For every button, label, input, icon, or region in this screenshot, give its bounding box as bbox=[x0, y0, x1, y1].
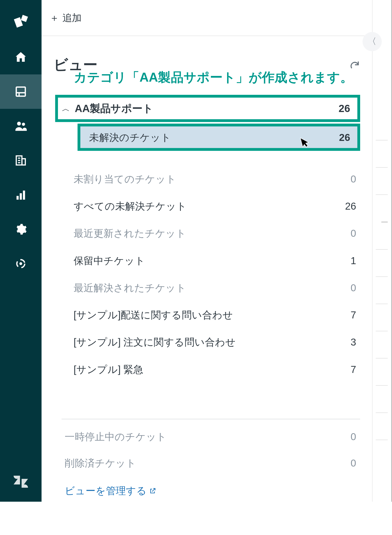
svg-rect-8 bbox=[22, 159, 25, 165]
svg-rect-14 bbox=[23, 190, 25, 199]
view-item[interactable]: [サンプル] 注文に関する問い合わせ3 bbox=[74, 328, 356, 356]
view-item-count: 26 bbox=[345, 200, 356, 212]
category-child-row[interactable]: 未解決のチケット 26 bbox=[78, 124, 360, 151]
nav-rail bbox=[0, 0, 42, 502]
home-icon bbox=[14, 50, 28, 64]
svg-rect-2 bbox=[16, 87, 25, 96]
category-child-label: 未解決のチケット bbox=[89, 131, 339, 144]
footer-view-count: 0 bbox=[350, 431, 356, 442]
product-logo-icon bbox=[13, 14, 29, 30]
view-item[interactable]: [サンプル]配送に関する問い合わせ7 bbox=[74, 301, 356, 328]
view-item[interactable]: 最近更新されたチケット0 bbox=[74, 220, 356, 247]
view-item[interactable]: [サンプル] 緊急7 bbox=[74, 356, 356, 383]
svg-rect-1 bbox=[21, 15, 28, 22]
footer-view-count: 0 bbox=[350, 457, 356, 469]
building-icon bbox=[14, 154, 28, 167]
bar-chart-icon bbox=[14, 188, 27, 201]
view-list: 未割り当てのチケット0すべての未解決チケット26最近更新されたチケット0保留中チ… bbox=[42, 165, 372, 383]
refresh-button[interactable] bbox=[349, 59, 360, 71]
view-item-count: 0 bbox=[350, 173, 356, 185]
nav-search[interactable] bbox=[0, 246, 42, 281]
chevron-left-icon: 〈 bbox=[368, 36, 376, 48]
svg-point-5 bbox=[17, 122, 21, 125]
view-item[interactable]: 最近解決されたチケット0 bbox=[74, 274, 356, 301]
gear-icon bbox=[14, 223, 27, 236]
footer-view-list: 一時停止中のチケット0削除済チケット0 bbox=[42, 423, 372, 476]
svg-point-6 bbox=[22, 123, 25, 126]
views-icon bbox=[14, 85, 28, 99]
category-count: 26 bbox=[339, 102, 350, 115]
view-item-label: 最近更新されたチケット bbox=[74, 227, 186, 240]
nav-reporting[interactable] bbox=[0, 178, 42, 212]
manage-views-label: ビューを管理する bbox=[65, 484, 147, 497]
svg-point-16 bbox=[19, 262, 22, 265]
view-item-count: 7 bbox=[350, 309, 356, 321]
view-item-count: 7 bbox=[350, 363, 356, 375]
add-label: 追加 bbox=[62, 11, 82, 24]
panel-header: ビュー bbox=[42, 55, 372, 75]
right-gutter bbox=[373, 0, 392, 502]
nav-customers[interactable] bbox=[0, 109, 42, 143]
view-item-count: 1 bbox=[350, 255, 356, 266]
view-item[interactable]: 保留中チケット1 bbox=[74, 247, 356, 274]
view-item[interactable]: すべての未解決チケット26 bbox=[74, 192, 356, 220]
view-item-label: [サンプル] 緊急 bbox=[74, 363, 144, 376]
refresh-icon bbox=[349, 59, 360, 71]
panel-title: ビュー bbox=[53, 55, 98, 75]
product-logo[interactable] bbox=[0, 8, 42, 36]
view-item-label: [サンプル] 注文に関する問い合わせ bbox=[74, 335, 236, 349]
footer-view-label: 一時停止中のチケット bbox=[65, 430, 167, 443]
footer-view-item[interactable]: 削除済チケット0 bbox=[65, 450, 356, 476]
view-item-label: [サンプル]配送に関する問い合わせ bbox=[74, 308, 233, 321]
view-item-label: すべての未解決チケット bbox=[74, 199, 187, 213]
category-row[interactable]: ︿ AA製品サポート 26 bbox=[55, 95, 360, 122]
footer-view-label: 削除済チケット bbox=[65, 456, 136, 470]
add-button[interactable]: ＋ 追加 bbox=[49, 11, 82, 24]
manage-views-link[interactable]: ビューを管理する bbox=[65, 484, 156, 497]
collapse-panel-button[interactable]: 〈 bbox=[363, 32, 382, 51]
view-item-count: 0 bbox=[350, 228, 356, 239]
top-bar: ＋ 追加 bbox=[42, 0, 372, 36]
view-item-label: 保留中チケット bbox=[74, 254, 145, 267]
nav-zendesk-products[interactable] bbox=[0, 462, 42, 502]
view-item[interactable]: 未割り当てのチケット0 bbox=[74, 165, 356, 192]
view-item-count: 3 bbox=[350, 336, 356, 348]
chevron-up-icon: ︿ bbox=[62, 103, 70, 114]
category-child-count: 26 bbox=[339, 131, 350, 143]
svg-rect-13 bbox=[20, 193, 22, 200]
view-item-count: 0 bbox=[350, 282, 356, 294]
plus-icon: ＋ bbox=[49, 11, 59, 24]
nav-home[interactable] bbox=[0, 40, 42, 74]
external-link-icon bbox=[149, 487, 156, 494]
divider bbox=[61, 419, 360, 419]
nav-views[interactable] bbox=[0, 74, 42, 109]
zendesk-icon bbox=[13, 475, 29, 489]
nav-organizations[interactable] bbox=[0, 143, 42, 178]
view-item-label: 未割り当てのチケット bbox=[74, 172, 176, 185]
search-target-icon bbox=[14, 257, 28, 271]
category-label: AA製品サポート bbox=[75, 101, 339, 115]
nav-admin[interactable] bbox=[0, 212, 42, 246]
view-item-label: 最近解決されたチケット bbox=[74, 281, 186, 294]
svg-rect-12 bbox=[16, 196, 19, 200]
people-icon bbox=[14, 119, 28, 133]
manage-views-link-wrapper: ビューを管理する bbox=[42, 480, 372, 497]
footer-view-item[interactable]: 一時停止中のチケット0 bbox=[65, 423, 356, 450]
tick-marks bbox=[376, 140, 388, 467]
views-panel: ＋ 追加 〈 ビュー ︿ AA製品サポート 26 bbox=[42, 0, 373, 502]
